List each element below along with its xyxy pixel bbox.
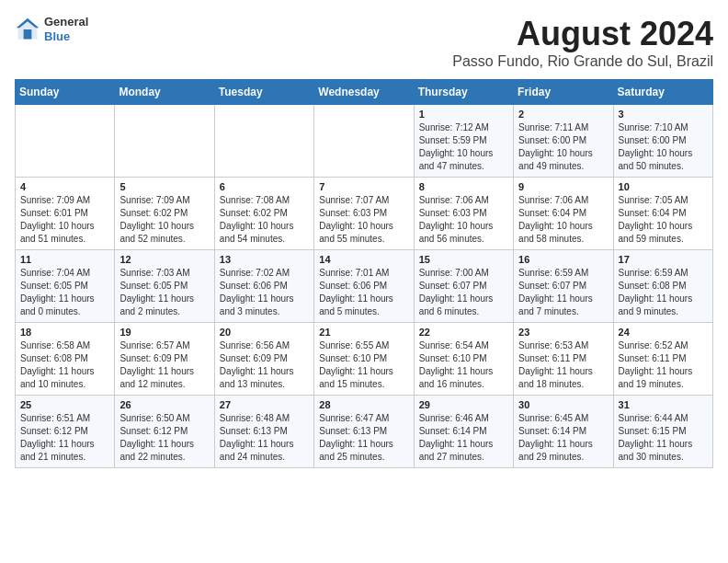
day-number: 29 bbox=[419, 399, 508, 410]
calendar-cell: 28Sunrise: 6:47 AM Sunset: 6:13 PM Dayli… bbox=[314, 396, 414, 468]
calendar-cell: 1Sunrise: 7:12 AM Sunset: 5:59 PM Daylig… bbox=[414, 105, 513, 178]
day-number: 3 bbox=[619, 109, 708, 120]
calendar-cell bbox=[314, 105, 414, 178]
calendar-cell: 14Sunrise: 7:01 AM Sunset: 6:06 PM Dayli… bbox=[314, 250, 414, 323]
day-info: Sunrise: 6:53 AM Sunset: 6:11 PM Dayligh… bbox=[518, 339, 608, 391]
day-number: 16 bbox=[518, 254, 608, 265]
day-number: 8 bbox=[419, 181, 508, 192]
day-number: 17 bbox=[619, 254, 708, 265]
calendar-day-header: Friday bbox=[514, 80, 613, 105]
day-info: Sunrise: 7:08 AM Sunset: 6:02 PM Dayligh… bbox=[220, 194, 309, 246]
calendar-day-header: Monday bbox=[115, 80, 214, 105]
day-info: Sunrise: 7:06 AM Sunset: 6:04 PM Dayligh… bbox=[518, 194, 608, 246]
calendar-cell: 16Sunrise: 6:59 AM Sunset: 6:07 PM Dayli… bbox=[514, 250, 613, 323]
calendar-cell: 25Sunrise: 6:51 AM Sunset: 6:12 PM Dayli… bbox=[16, 396, 115, 468]
day-info: Sunrise: 6:45 AM Sunset: 6:14 PM Dayligh… bbox=[518, 412, 608, 464]
day-number: 4 bbox=[20, 181, 109, 192]
calendar-cell: 4Sunrise: 7:09 AM Sunset: 6:01 PM Daylig… bbox=[16, 178, 115, 250]
day-number: 1 bbox=[419, 109, 508, 120]
day-info: Sunrise: 7:06 AM Sunset: 6:03 PM Dayligh… bbox=[419, 194, 508, 246]
day-number: 21 bbox=[319, 327, 408, 338]
calendar-title: August 2024 bbox=[452, 15, 713, 53]
day-info: Sunrise: 7:03 AM Sunset: 6:05 PM Dayligh… bbox=[119, 267, 209, 318]
day-number: 2 bbox=[518, 109, 608, 120]
logo-line2: Blue bbox=[44, 29, 88, 44]
calendar-cell: 12Sunrise: 7:03 AM Sunset: 6:05 PM Dayli… bbox=[115, 250, 214, 323]
logo-text: General Blue bbox=[44, 15, 88, 43]
day-info: Sunrise: 6:50 AM Sunset: 6:12 PM Dayligh… bbox=[119, 412, 209, 464]
day-number: 11 bbox=[20, 254, 109, 265]
calendar-cell: 13Sunrise: 7:02 AM Sunset: 6:06 PM Dayli… bbox=[214, 250, 313, 323]
day-info: Sunrise: 6:54 AM Sunset: 6:10 PM Dayligh… bbox=[419, 339, 508, 391]
logo-icon bbox=[15, 17, 40, 42]
calendar-week-row: 11Sunrise: 7:04 AM Sunset: 6:05 PM Dayli… bbox=[16, 250, 713, 323]
day-info: Sunrise: 6:59 AM Sunset: 6:08 PM Dayligh… bbox=[619, 267, 708, 318]
day-number: 14 bbox=[319, 254, 408, 265]
calendar-cell: 20Sunrise: 6:56 AM Sunset: 6:09 PM Dayli… bbox=[214, 323, 313, 396]
page-header: General Blue August 2024 Passo Fundo, Ri… bbox=[15, 15, 713, 70]
day-info: Sunrise: 7:04 AM Sunset: 6:05 PM Dayligh… bbox=[20, 267, 109, 318]
day-number: 19 bbox=[119, 327, 209, 338]
day-number: 9 bbox=[518, 181, 608, 192]
calendar-week-row: 1Sunrise: 7:12 AM Sunset: 5:59 PM Daylig… bbox=[16, 105, 713, 178]
day-number: 28 bbox=[319, 399, 408, 410]
svg-rect-3 bbox=[24, 29, 32, 40]
calendar-cell: 5Sunrise: 7:09 AM Sunset: 6:02 PM Daylig… bbox=[115, 178, 214, 250]
calendar-cell: 17Sunrise: 6:59 AM Sunset: 6:08 PM Dayli… bbox=[613, 250, 712, 323]
day-number: 13 bbox=[220, 254, 309, 265]
calendar-day-header: Saturday bbox=[613, 80, 712, 105]
calendar-cell: 9Sunrise: 7:06 AM Sunset: 6:04 PM Daylig… bbox=[514, 178, 613, 250]
day-info: Sunrise: 7:09 AM Sunset: 6:01 PM Dayligh… bbox=[20, 194, 109, 246]
calendar-cell: 6Sunrise: 7:08 AM Sunset: 6:02 PM Daylig… bbox=[214, 178, 313, 250]
day-info: Sunrise: 6:47 AM Sunset: 6:13 PM Dayligh… bbox=[319, 412, 408, 464]
calendar-cell: 29Sunrise: 6:46 AM Sunset: 6:14 PM Dayli… bbox=[414, 396, 513, 468]
day-info: Sunrise: 7:05 AM Sunset: 6:04 PM Dayligh… bbox=[619, 194, 708, 246]
calendar-table: SundayMondayTuesdayWednesdayThursdayFrid… bbox=[15, 79, 713, 468]
calendar-cell: 22Sunrise: 6:54 AM Sunset: 6:10 PM Dayli… bbox=[414, 323, 513, 396]
calendar-cell: 24Sunrise: 6:52 AM Sunset: 6:11 PM Dayli… bbox=[613, 323, 712, 396]
calendar-cell bbox=[214, 105, 313, 178]
calendar-cell: 19Sunrise: 6:57 AM Sunset: 6:09 PM Dayli… bbox=[115, 323, 214, 396]
day-info: Sunrise: 7:12 AM Sunset: 5:59 PM Dayligh… bbox=[419, 121, 508, 173]
day-number: 22 bbox=[419, 327, 508, 338]
calendar-header-row: SundayMondayTuesdayWednesdayThursdayFrid… bbox=[16, 80, 713, 105]
day-number: 10 bbox=[619, 181, 708, 192]
calendar-day-header: Tuesday bbox=[214, 80, 313, 105]
day-number: 12 bbox=[119, 254, 209, 265]
day-info: Sunrise: 7:07 AM Sunset: 6:03 PM Dayligh… bbox=[319, 194, 408, 246]
day-number: 18 bbox=[20, 327, 109, 338]
calendar-subtitle: Passo Fundo, Rio Grande do Sul, Brazil bbox=[452, 53, 713, 70]
day-info: Sunrise: 6:46 AM Sunset: 6:14 PM Dayligh… bbox=[419, 412, 508, 464]
calendar-day-header: Sunday bbox=[16, 80, 115, 105]
day-info: Sunrise: 6:55 AM Sunset: 6:10 PM Dayligh… bbox=[319, 339, 408, 391]
day-number: 26 bbox=[119, 399, 209, 410]
calendar-cell: 21Sunrise: 6:55 AM Sunset: 6:10 PM Dayli… bbox=[314, 323, 414, 396]
day-number: 23 bbox=[518, 327, 608, 338]
calendar-cell: 8Sunrise: 7:06 AM Sunset: 6:03 PM Daylig… bbox=[414, 178, 513, 250]
calendar-cell: 11Sunrise: 7:04 AM Sunset: 6:05 PM Dayli… bbox=[16, 250, 115, 323]
title-block: August 2024 Passo Fundo, Rio Grande do S… bbox=[452, 15, 713, 70]
calendar-week-row: 18Sunrise: 6:58 AM Sunset: 6:08 PM Dayli… bbox=[16, 323, 713, 396]
day-number: 24 bbox=[619, 327, 708, 338]
day-info: Sunrise: 7:01 AM Sunset: 6:06 PM Dayligh… bbox=[319, 267, 408, 318]
calendar-cell bbox=[16, 105, 115, 178]
calendar-cell: 7Sunrise: 7:07 AM Sunset: 6:03 PM Daylig… bbox=[314, 178, 414, 250]
day-number: 27 bbox=[220, 399, 309, 410]
calendar-cell: 18Sunrise: 6:58 AM Sunset: 6:08 PM Dayli… bbox=[16, 323, 115, 396]
day-info: Sunrise: 7:09 AM Sunset: 6:02 PM Dayligh… bbox=[119, 194, 209, 246]
day-info: Sunrise: 7:00 AM Sunset: 6:07 PM Dayligh… bbox=[419, 267, 508, 318]
day-number: 25 bbox=[20, 399, 109, 410]
calendar-cell: 3Sunrise: 7:10 AM Sunset: 6:00 PM Daylig… bbox=[613, 105, 712, 178]
day-info: Sunrise: 6:44 AM Sunset: 6:15 PM Dayligh… bbox=[619, 412, 708, 464]
calendar-day-header: Wednesday bbox=[314, 80, 414, 105]
calendar-day-header: Thursday bbox=[414, 80, 513, 105]
day-info: Sunrise: 7:02 AM Sunset: 6:06 PM Dayligh… bbox=[220, 267, 309, 318]
calendar-cell: 23Sunrise: 6:53 AM Sunset: 6:11 PM Dayli… bbox=[514, 323, 613, 396]
day-number: 30 bbox=[518, 399, 608, 410]
day-info: Sunrise: 7:10 AM Sunset: 6:00 PM Dayligh… bbox=[619, 121, 708, 173]
calendar-week-row: 4Sunrise: 7:09 AM Sunset: 6:01 PM Daylig… bbox=[16, 178, 713, 250]
day-info: Sunrise: 6:56 AM Sunset: 6:09 PM Dayligh… bbox=[220, 339, 309, 391]
day-info: Sunrise: 6:59 AM Sunset: 6:07 PM Dayligh… bbox=[518, 267, 608, 318]
calendar-cell: 31Sunrise: 6:44 AM Sunset: 6:15 PM Dayli… bbox=[613, 396, 712, 468]
calendar-cell: 10Sunrise: 7:05 AM Sunset: 6:04 PM Dayli… bbox=[613, 178, 712, 250]
